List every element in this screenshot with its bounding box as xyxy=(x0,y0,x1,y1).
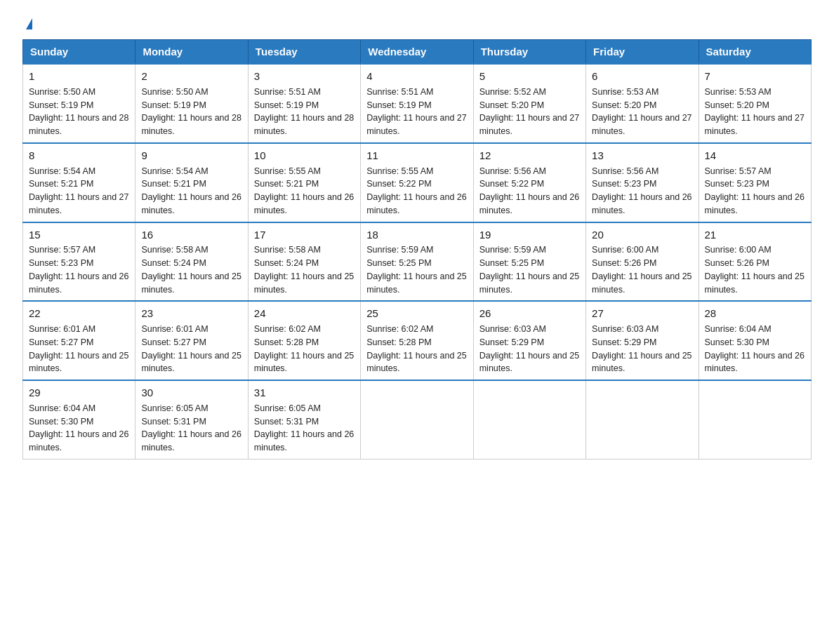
col-friday: Friday xyxy=(586,40,699,65)
col-sunday: Sunday xyxy=(23,40,135,65)
day-number-15: 15 xyxy=(29,227,129,243)
cell-w5-d1: 29Sunrise: 6:04 AMSunset: 5:30 PMDayligh… xyxy=(23,380,135,459)
day-number-20: 20 xyxy=(592,227,692,243)
week-row-1: 1Sunrise: 5:50 AMSunset: 5:19 PMDaylight… xyxy=(23,64,812,143)
day-number-17: 17 xyxy=(254,227,355,243)
cell-w5-d3: 31Sunrise: 6:05 AMSunset: 5:31 PMDayligh… xyxy=(248,380,360,459)
day-info-17: Sunrise: 5:58 AMSunset: 5:24 PMDaylight:… xyxy=(254,243,355,296)
day-number-11: 11 xyxy=(366,148,467,163)
day-number-5: 5 xyxy=(479,69,580,84)
day-info-2: Sunrise: 5:50 AMSunset: 5:19 PMDaylight:… xyxy=(141,86,241,138)
day-number-22: 22 xyxy=(29,306,129,321)
col-thursday: Thursday xyxy=(473,40,585,65)
day-info-21: Sunrise: 6:00 AMSunset: 5:26 PMDaylight:… xyxy=(705,243,805,296)
calendar-header: Sunday Monday Tuesday Wednesday Thursday… xyxy=(23,40,812,65)
cell-w4-d1: 22Sunrise: 6:01 AMSunset: 5:27 PMDayligh… xyxy=(23,301,135,380)
week-row-2: 8Sunrise: 5:54 AMSunset: 5:21 PMDaylight… xyxy=(23,143,812,222)
day-number-2: 2 xyxy=(141,69,241,84)
day-number-21: 21 xyxy=(705,227,805,243)
day-info-22: Sunrise: 6:01 AMSunset: 5:27 PMDaylight:… xyxy=(29,323,129,375)
day-info-8: Sunrise: 5:54 AMSunset: 5:21 PMDaylight:… xyxy=(29,165,129,217)
cell-w5-d4 xyxy=(361,380,473,459)
cell-w2-d3: 10Sunrise: 5:55 AMSunset: 5:21 PMDayligh… xyxy=(248,143,360,222)
cell-w3-d3: 17Sunrise: 5:58 AMSunset: 5:24 PMDayligh… xyxy=(248,222,360,302)
week-row-4: 22Sunrise: 6:01 AMSunset: 5:27 PMDayligh… xyxy=(23,301,812,380)
calendar-table: Sunday Monday Tuesday Wednesday Thursday… xyxy=(22,39,812,459)
day-info-7: Sunrise: 5:53 AMSunset: 5:20 PMDaylight:… xyxy=(705,86,805,138)
day-number-25: 25 xyxy=(366,306,467,321)
day-info-18: Sunrise: 5:59 AMSunset: 5:25 PMDaylight:… xyxy=(366,243,467,296)
day-info-1: Sunrise: 5:50 AMSunset: 5:19 PMDaylight:… xyxy=(29,86,129,138)
cell-w2-d4: 11Sunrise: 5:55 AMSunset: 5:22 PMDayligh… xyxy=(361,143,473,222)
day-number-9: 9 xyxy=(141,148,241,163)
cell-w4-d7: 28Sunrise: 6:04 AMSunset: 5:30 PMDayligh… xyxy=(699,301,811,380)
day-number-4: 4 xyxy=(366,69,467,84)
cell-w1-d3: 3Sunrise: 5:51 AMSunset: 5:19 PMDaylight… xyxy=(248,64,360,143)
day-number-1: 1 xyxy=(29,69,129,84)
day-number-27: 27 xyxy=(592,306,692,321)
cell-w2-d1: 8Sunrise: 5:54 AMSunset: 5:21 PMDaylight… xyxy=(23,143,135,222)
day-info-29: Sunrise: 6:04 AMSunset: 5:30 PMDaylight:… xyxy=(29,402,129,455)
day-number-6: 6 xyxy=(592,69,692,84)
day-info-13: Sunrise: 5:56 AMSunset: 5:23 PMDaylight:… xyxy=(592,165,692,217)
cell-w5-d6 xyxy=(586,380,699,459)
cell-w3-d1: 15Sunrise: 5:57 AMSunset: 5:23 PMDayligh… xyxy=(23,222,135,302)
week-row-5: 29Sunrise: 6:04 AMSunset: 5:30 PMDayligh… xyxy=(23,380,812,459)
day-info-30: Sunrise: 6:05 AMSunset: 5:31 PMDaylight:… xyxy=(141,402,241,455)
day-info-23: Sunrise: 6:01 AMSunset: 5:27 PMDaylight:… xyxy=(141,323,241,375)
cell-w3-d4: 18Sunrise: 5:59 AMSunset: 5:25 PMDayligh… xyxy=(361,222,473,302)
day-number-3: 3 xyxy=(254,69,355,84)
cell-w2-d2: 9Sunrise: 5:54 AMSunset: 5:21 PMDaylight… xyxy=(135,143,248,222)
day-info-25: Sunrise: 6:02 AMSunset: 5:28 PMDaylight:… xyxy=(366,323,467,375)
cell-w3-d6: 20Sunrise: 6:00 AMSunset: 5:26 PMDayligh… xyxy=(586,222,699,302)
col-saturday: Saturday xyxy=(699,40,811,65)
cell-w5-d7 xyxy=(699,380,811,459)
logo xyxy=(22,17,32,28)
day-number-14: 14 xyxy=(705,148,805,163)
day-info-24: Sunrise: 6:02 AMSunset: 5:28 PMDaylight:… xyxy=(254,323,355,375)
calendar-body: 1Sunrise: 5:50 AMSunset: 5:19 PMDaylight… xyxy=(23,64,812,459)
header-row: Sunday Monday Tuesday Wednesday Thursday… xyxy=(23,40,812,65)
cell-w4-d5: 26Sunrise: 6:03 AMSunset: 5:29 PMDayligh… xyxy=(473,301,585,380)
cell-w2-d5: 12Sunrise: 5:56 AMSunset: 5:22 PMDayligh… xyxy=(473,143,585,222)
day-info-31: Sunrise: 6:05 AMSunset: 5:31 PMDaylight:… xyxy=(254,402,355,455)
col-wednesday: Wednesday xyxy=(361,40,473,65)
col-tuesday: Tuesday xyxy=(248,40,360,65)
day-number-7: 7 xyxy=(705,69,805,84)
day-info-4: Sunrise: 5:51 AMSunset: 5:19 PMDaylight:… xyxy=(366,86,467,138)
cell-w4-d3: 24Sunrise: 6:02 AMSunset: 5:28 PMDayligh… xyxy=(248,301,360,380)
day-number-16: 16 xyxy=(141,227,241,243)
day-number-30: 30 xyxy=(141,385,241,401)
logo-triangle-icon xyxy=(26,18,32,29)
day-number-26: 26 xyxy=(479,306,580,321)
week-row-3: 15Sunrise: 5:57 AMSunset: 5:23 PMDayligh… xyxy=(23,222,812,302)
cell-w4-d4: 25Sunrise: 6:02 AMSunset: 5:28 PMDayligh… xyxy=(361,301,473,380)
day-info-27: Sunrise: 6:03 AMSunset: 5:29 PMDaylight:… xyxy=(592,323,692,375)
day-info-20: Sunrise: 6:00 AMSunset: 5:26 PMDaylight:… xyxy=(592,243,692,296)
cell-w5-d2: 30Sunrise: 6:05 AMSunset: 5:31 PMDayligh… xyxy=(135,380,248,459)
cell-w4-d6: 27Sunrise: 6:03 AMSunset: 5:29 PMDayligh… xyxy=(586,301,699,380)
day-number-28: 28 xyxy=(705,306,805,321)
day-info-6: Sunrise: 5:53 AMSunset: 5:20 PMDaylight:… xyxy=(592,86,692,138)
col-monday: Monday xyxy=(135,40,248,65)
day-number-12: 12 xyxy=(479,148,580,163)
cell-w1-d5: 5Sunrise: 5:52 AMSunset: 5:20 PMDaylight… xyxy=(473,64,585,143)
cell-w4-d2: 23Sunrise: 6:01 AMSunset: 5:27 PMDayligh… xyxy=(135,301,248,380)
day-info-11: Sunrise: 5:55 AMSunset: 5:22 PMDaylight:… xyxy=(366,165,467,217)
header xyxy=(22,17,812,28)
day-info-12: Sunrise: 5:56 AMSunset: 5:22 PMDaylight:… xyxy=(479,165,580,217)
day-info-10: Sunrise: 5:55 AMSunset: 5:21 PMDaylight:… xyxy=(254,165,355,217)
cell-w2-d7: 14Sunrise: 5:57 AMSunset: 5:23 PMDayligh… xyxy=(699,143,811,222)
day-number-8: 8 xyxy=(29,148,129,163)
day-info-3: Sunrise: 5:51 AMSunset: 5:19 PMDaylight:… xyxy=(254,86,355,138)
day-number-18: 18 xyxy=(366,227,467,243)
cell-w1-d1: 1Sunrise: 5:50 AMSunset: 5:19 PMDaylight… xyxy=(23,64,135,143)
day-number-24: 24 xyxy=(254,306,355,321)
cell-w3-d7: 21Sunrise: 6:00 AMSunset: 5:26 PMDayligh… xyxy=(699,222,811,302)
day-info-19: Sunrise: 5:59 AMSunset: 5:25 PMDaylight:… xyxy=(479,243,580,296)
day-number-31: 31 xyxy=(254,385,355,401)
day-info-14: Sunrise: 5:57 AMSunset: 5:23 PMDaylight:… xyxy=(705,165,805,217)
cell-w3-d5: 19Sunrise: 5:59 AMSunset: 5:25 PMDayligh… xyxy=(473,222,585,302)
day-info-26: Sunrise: 6:03 AMSunset: 5:29 PMDaylight:… xyxy=(479,323,580,375)
day-number-23: 23 xyxy=(141,306,241,321)
